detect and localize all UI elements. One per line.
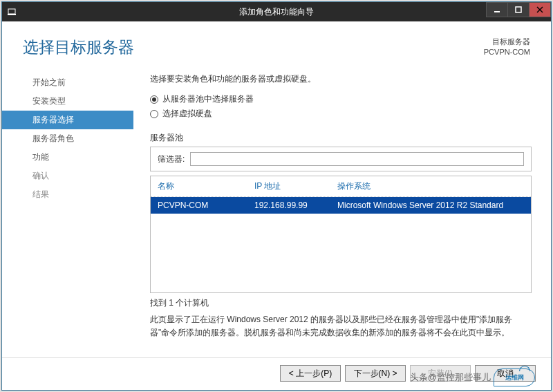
body: 开始之前 安装类型 服务器选择 服务器角色 功能 确认 结果 选择要安装角色和功… xyxy=(2,68,551,353)
previous-button[interactable]: < 上一步(P) xyxy=(280,365,341,382)
app-icon xyxy=(2,2,21,21)
radio-vhd[interactable]: 选择虚拟硬盘 xyxy=(150,108,532,120)
note-text: 此页显示了正在运行 Windows Server 2012 的服务器以及那些已经… xyxy=(150,313,532,339)
svg-rect-1 xyxy=(8,14,16,15)
maximize-button[interactable] xyxy=(507,2,529,17)
page-title: 选择目标服务器 xyxy=(23,37,134,58)
pool-label: 服务器池 xyxy=(150,132,532,144)
filter-label: 筛选器: xyxy=(158,153,185,165)
table-body: PCVPN-COM 192.168.99.99 Microsoft Window… xyxy=(151,197,531,292)
radio-label: 从服务器池中选择服务器 xyxy=(162,93,254,105)
step-server-selection[interactable]: 服务器选择 xyxy=(2,111,133,129)
table-row[interactable]: PCVPN-COM 192.168.99.99 Microsoft Window… xyxy=(151,197,531,214)
col-os[interactable]: 操作系统 xyxy=(337,180,524,192)
found-count: 找到 1 个计算机 xyxy=(150,297,532,309)
instruction-text: 选择要安装角色和功能的服务器或虚拟硬盘。 xyxy=(150,73,532,85)
close-button[interactable] xyxy=(529,2,551,17)
table-header: 名称 IP 地址 操作系统 xyxy=(151,176,531,197)
sidebar: 开始之前 安装类型 服务器选择 服务器角色 功能 确认 结果 xyxy=(2,68,138,353)
cell-name: PCVPN-COM xyxy=(158,200,254,210)
titlebar: 添加角色和功能向导 xyxy=(2,2,551,21)
watermark-text: 头条@监控那些事儿 xyxy=(410,371,491,384)
step-server-roles[interactable]: 服务器角色 xyxy=(2,129,138,148)
target-label: 目标服务器 xyxy=(484,37,530,47)
step-installation-type[interactable]: 安装类型 xyxy=(2,92,138,111)
col-name[interactable]: 名称 xyxy=(158,180,254,192)
window-title: 添加角色和功能向导 xyxy=(239,6,314,18)
filter-input[interactable] xyxy=(190,152,524,166)
next-button[interactable]: 下一步(N) > xyxy=(345,365,406,382)
server-table: 名称 IP 地址 操作系统 PCVPN-COM 192.168.99.99 Mi… xyxy=(150,176,532,293)
window-controls xyxy=(487,2,551,17)
filter-row: 筛选器: xyxy=(150,147,532,171)
step-confirmation: 确认 xyxy=(2,167,138,185)
target-name: PCVPN-COM xyxy=(484,47,530,57)
radio-icon xyxy=(150,95,158,104)
radio-label: 选择虚拟硬盘 xyxy=(162,108,212,120)
content: 选择目标服务器 目标服务器 PCVPN-COM 开始之前 安装类型 服务器选择 … xyxy=(2,21,551,390)
cell-ip: 192.168.99.99 xyxy=(254,200,337,210)
svg-rect-3 xyxy=(516,7,521,12)
step-before-begin[interactable]: 开始之前 xyxy=(2,73,138,92)
step-features[interactable]: 功能 xyxy=(2,148,138,167)
svg-rect-0 xyxy=(8,9,15,14)
watermark-logo: 运维网 xyxy=(494,368,535,386)
header: 选择目标服务器 目标服务器 PCVPN-COM xyxy=(2,21,551,68)
radio-icon xyxy=(150,110,158,118)
main-panel: 选择要安装角色和功能的服务器或虚拟硬盘。 从服务器池中选择服务器 选择虚拟硬盘 … xyxy=(138,68,551,353)
watermark: 头条@监控那些事儿 运维网 xyxy=(410,368,535,386)
radio-server-pool[interactable]: 从服务器池中选择服务器 xyxy=(150,93,532,105)
cell-os: Microsoft Windows Server 2012 R2 Standar… xyxy=(337,200,524,210)
minimize-button[interactable] xyxy=(486,2,508,17)
col-ip[interactable]: IP 地址 xyxy=(254,180,337,192)
radio-group: 从服务器池中选择服务器 选择虚拟硬盘 xyxy=(150,93,532,122)
target-info: 目标服务器 PCVPN-COM xyxy=(484,37,530,58)
step-results: 结果 xyxy=(2,185,138,204)
wizard-window: 添加角色和功能向导 选择目标服务器 目标服务器 PCVPN-COM 开始之前 安… xyxy=(1,1,552,391)
